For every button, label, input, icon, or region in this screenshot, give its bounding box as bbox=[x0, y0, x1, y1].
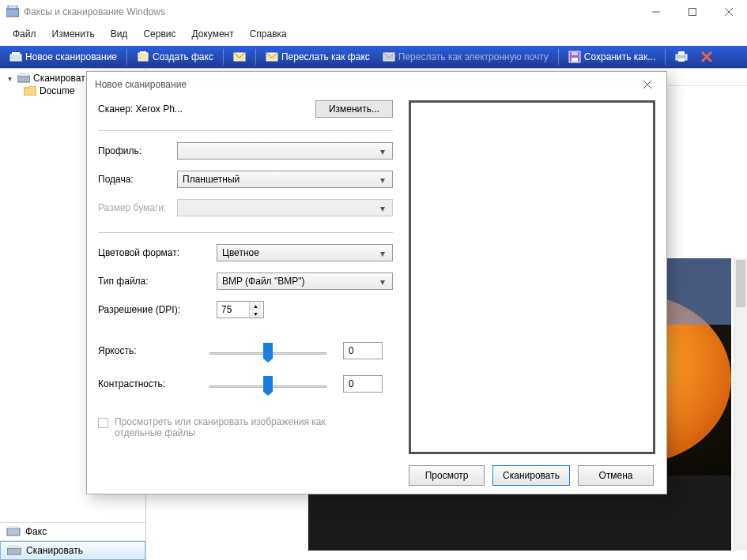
menu-edit[interactable]: Изменить bbox=[46, 27, 101, 41]
brightness-slider[interactable] bbox=[209, 343, 327, 359]
printer-icon bbox=[675, 51, 688, 63]
menu-file[interactable]: Файл bbox=[6, 27, 43, 41]
tool-print[interactable] bbox=[669, 47, 694, 66]
color-format-select[interactable]: Цветное▾ bbox=[217, 244, 393, 261]
mode-scan[interactable]: Сканировать bbox=[0, 541, 145, 560]
svg-rect-6 bbox=[10, 54, 21, 61]
separate-files-checkbox bbox=[98, 418, 108, 428]
dialog-title: Новое сканирование bbox=[95, 79, 636, 90]
dpi-label: Разрешение (DPI): bbox=[98, 304, 209, 315]
collapse-icon[interactable]: ▾ bbox=[5, 74, 14, 83]
tree-label: Сканироват bbox=[33, 73, 85, 84]
tree-label: Docume bbox=[40, 85, 75, 96]
scanner-name-label: Сканер: Xerox Ph... bbox=[98, 103, 315, 115]
mode-fax[interactable]: Факс bbox=[0, 523, 145, 541]
paper-size-select: ▾ bbox=[177, 199, 393, 216]
svg-rect-15 bbox=[572, 52, 578, 55]
menu-document[interactable]: Документ bbox=[185, 27, 240, 41]
svg-rect-9 bbox=[140, 51, 146, 53]
separate-files-option: Просмотреть или сканировать изображения … bbox=[98, 416, 393, 438]
minimize-button[interactable] bbox=[638, 0, 674, 24]
svg-rect-18 bbox=[678, 58, 685, 62]
cancel-button[interactable]: Отмена bbox=[578, 465, 654, 486]
svg-rect-0 bbox=[6, 9, 19, 17]
toolbar: Новое сканирование Создать факс Переслат… bbox=[0, 46, 747, 68]
chevron-down-icon: ▾ bbox=[376, 146, 389, 157]
spinner-up[interactable]: ▲ bbox=[250, 302, 262, 310]
fax-mode-icon bbox=[6, 526, 21, 537]
tool-forward-email[interactable]: Переслать как электронную почту bbox=[376, 47, 555, 66]
contrast-label: Контрастность: bbox=[98, 378, 209, 389]
svg-rect-8 bbox=[138, 53, 148, 61]
svg-rect-23 bbox=[7, 528, 20, 536]
dialog-buttons: Просмотр Сканировать Отмена bbox=[409, 465, 655, 486]
mode-switcher: Факс Сканировать bbox=[0, 522, 145, 560]
svg-rect-17 bbox=[678, 51, 685, 54]
change-scanner-button[interactable]: Изменить... bbox=[315, 100, 393, 118]
chevron-down-icon: ▾ bbox=[376, 175, 389, 186]
window-controls bbox=[638, 0, 747, 24]
dialog-preview-panel: Просмотр Сканировать Отмена bbox=[409, 100, 655, 486]
scanner-icon bbox=[9, 51, 22, 63]
chevron-down-icon: ▾ bbox=[376, 203, 389, 214]
separate-files-label: Просмотреть или сканировать изображения … bbox=[115, 416, 336, 438]
forward-email-icon bbox=[383, 51, 395, 63]
chevron-down-icon: ▾ bbox=[376, 248, 389, 259]
app-icon bbox=[6, 6, 19, 18]
window-title: Факсы и сканирование Windows bbox=[24, 6, 638, 17]
tool-reply[interactable] bbox=[227, 47, 252, 66]
slider-handle[interactable] bbox=[263, 343, 273, 359]
file-type-select[interactable]: BMP (Файл "BMP")▾ bbox=[217, 272, 393, 290]
envelope-icon bbox=[233, 51, 246, 63]
scan-preview-area bbox=[409, 100, 655, 454]
dialog-close-button[interactable] bbox=[636, 77, 658, 92]
svg-rect-25 bbox=[7, 548, 21, 554]
scrollbar-thumb[interactable] bbox=[736, 260, 745, 307]
svg-rect-7 bbox=[12, 52, 20, 54]
preview-button[interactable]: Просмотр bbox=[409, 465, 485, 486]
svg-rect-21 bbox=[17, 76, 30, 82]
menu-service[interactable]: Сервис bbox=[137, 27, 182, 41]
chevron-down-icon: ▾ bbox=[376, 276, 389, 288]
save-icon bbox=[568, 51, 581, 63]
scanner-icon-small bbox=[17, 73, 30, 84]
dialog-settings-panel: Сканер: Xerox Ph... Изменить... Профиль:… bbox=[98, 100, 393, 486]
fax-icon bbox=[137, 51, 149, 63]
feed-select[interactable]: Планшетный▾ bbox=[177, 171, 393, 188]
contrast-slider[interactable] bbox=[209, 376, 327, 392]
tool-new-scan[interactable]: Новое сканирование bbox=[3, 47, 123, 66]
dpi-spinner[interactable]: ▲ ▼ bbox=[217, 301, 264, 318]
menubar: Файл Изменить Вид Сервис Документ Справк… bbox=[0, 24, 747, 46]
close-button[interactable] bbox=[711, 0, 747, 24]
new-scan-dialog: Новое сканирование Сканер: Xerox Ph... И… bbox=[86, 71, 667, 494]
svg-rect-22 bbox=[19, 73, 28, 76]
forward-fax-icon bbox=[266, 51, 278, 63]
paper-size-label: Размер бумаги: bbox=[98, 202, 177, 213]
feed-label: Подача: bbox=[98, 174, 177, 185]
svg-rect-1 bbox=[8, 6, 17, 9]
slider-handle[interactable] bbox=[263, 376, 273, 392]
tool-delete[interactable] bbox=[694, 47, 719, 66]
tool-new-fax[interactable]: Создать факс bbox=[130, 47, 220, 66]
color-format-label: Цветовой формат: bbox=[98, 247, 209, 258]
profile-label: Профиль: bbox=[98, 145, 177, 156]
delete-icon bbox=[700, 51, 713, 63]
brightness-label: Яркость: bbox=[98, 345, 209, 356]
menu-view[interactable]: Вид bbox=[104, 27, 134, 41]
folder-icon bbox=[24, 86, 36, 96]
profile-select[interactable]: ▾ bbox=[177, 142, 393, 160]
svg-rect-3 bbox=[689, 9, 696, 16]
menu-help[interactable]: Справка bbox=[243, 27, 293, 41]
tool-save-as[interactable]: Сохранить как... bbox=[562, 47, 662, 66]
file-type-label: Тип файла: bbox=[98, 276, 209, 287]
tool-forward-fax[interactable]: Переслать как факс bbox=[259, 47, 376, 66]
spinner-down[interactable]: ▼ bbox=[250, 310, 262, 318]
preview-scrollbar[interactable] bbox=[734, 258, 747, 551]
dialog-titlebar: Новое сканирование bbox=[87, 72, 666, 97]
scan-button[interactable]: Сканировать bbox=[492, 465, 570, 486]
dpi-input[interactable] bbox=[217, 302, 249, 318]
brightness-value[interactable]: 0 bbox=[343, 342, 383, 359]
titlebar: Факсы и сканирование Windows bbox=[0, 0, 747, 24]
maximize-button[interactable] bbox=[674, 0, 711, 24]
contrast-value[interactable]: 0 bbox=[343, 375, 383, 393]
